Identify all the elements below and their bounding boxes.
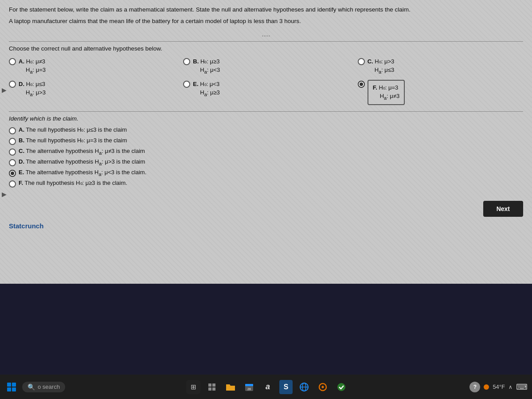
claim-radio-B[interactable]	[9, 138, 16, 145]
claim-text-E: E. The alternative hypothesis Ha: μ<3 is…	[19, 169, 146, 177]
hypothesis-option-B[interactable]: B. H₀: μ≥3 Ha: μ<3	[183, 57, 348, 75]
identify-label: Identify which is the claim.	[9, 115, 523, 122]
claim-option-C[interactable]: C. The alternative hypothesis Ha: μ≠3 is…	[9, 148, 523, 156]
temperature-display: 54°F	[493, 383, 505, 390]
option-text-D: D. H₀: μ≤3 Ha: μ>3	[19, 80, 46, 98]
search-bar[interactable]: 🔍 o search	[22, 382, 65, 392]
taskbar-icon-folder[interactable]	[223, 380, 238, 394]
claim-text-D: D. The alternative hypothesis Ha: μ>3 is…	[19, 158, 145, 166]
svg-rect-5	[245, 384, 253, 386]
scroll-indicator: .....	[9, 31, 523, 38]
status-dot	[484, 384, 489, 390]
desktop-area	[0, 284, 532, 375]
section-divider	[9, 41, 523, 42]
divider-2	[9, 111, 523, 112]
claim-options: A. The null hypothesis H₀: μ≤3 is the cl…	[9, 126, 523, 188]
svg-rect-0	[208, 383, 211, 387]
radio-C[interactable]	[358, 58, 365, 65]
instruction-text: For the statement below, write the claim…	[9, 5, 523, 14]
taskbar-icon-a[interactable]: a	[261, 380, 275, 394]
windows-icon	[7, 383, 16, 391]
taskbar-icon-calendar[interactable]: 28	[242, 380, 256, 394]
claim-option-F[interactable]: F. The null hypothesis H₀: μ≥3 is the cl…	[9, 180, 523, 188]
claim-option-D[interactable]: D. The alternative hypothesis Ha: μ>3 is…	[9, 158, 523, 166]
help-icon[interactable]: ?	[469, 382, 480, 392]
svg-text:28: 28	[247, 387, 251, 391]
claim-text-C: C. The alternative hypothesis Ha: μ≠3 is…	[19, 148, 145, 156]
claim-option-A[interactable]: A. The null hypothesis H₀: μ≤3 is the cl…	[9, 126, 523, 134]
svg-rect-1	[212, 383, 215, 387]
svg-rect-3	[212, 387, 215, 391]
taskbar-right: ? 54°F ∧ ⌨	[469, 382, 528, 392]
option-text-F: F. H₀: μ=3 Ha: μ≠3	[368, 80, 405, 105]
option-text-A: A. H₀: μ≠3 Ha: μ=3	[19, 57, 46, 75]
hypothesis-option-E[interactable]: E. H₀: μ<3 Ha: μ≥3	[183, 80, 348, 105]
taskbar-icon-s[interactable]: S	[279, 380, 293, 394]
claim-radio-D[interactable]	[9, 159, 16, 166]
next-button[interactable]: Next	[483, 201, 523, 217]
radio-E[interactable]	[183, 81, 190, 88]
claim-radio-C[interactable]	[9, 149, 16, 156]
claim-text-A: A. The null hypothesis H₀: μ≤3 is the cl…	[19, 126, 127, 133]
problem-statement: A laptop manufacturer claims that the me…	[9, 17, 523, 26]
tray-arrow[interactable]: ∧	[509, 384, 512, 390]
left-arrow-1: ▶	[2, 86, 7, 94]
taskbar-center: ⊞ 28 a S	[186, 380, 348, 394]
claim-radio-F[interactable]	[9, 180, 16, 188]
keyboard-icon[interactable]: ⌨	[516, 382, 528, 392]
hypothesis-option-D[interactable]: D. H₀: μ≤3 Ha: μ>3	[9, 80, 174, 105]
claim-text-F: F. The null hypothesis H₀: μ≥3 is the cl…	[19, 180, 127, 186]
statcrunch-link[interactable]: Statcrunch	[9, 222, 43, 230]
hypotheses-grid: A. H₀: μ≠3 Ha: μ=3 B. H₀: μ≥3 Ha: μ<3 C.	[9, 57, 523, 106]
claim-option-B[interactable]: B. The null hypothesis H₀: μ=3 is the cl…	[9, 137, 523, 145]
start-button[interactable]	[4, 380, 19, 394]
section-label: Choose the correct null and alternative …	[9, 45, 523, 52]
taskbar-icon-green-circle[interactable]	[334, 380, 348, 394]
claim-option-E[interactable]: E. The alternative hypothesis Ha: μ<3 is…	[9, 169, 523, 177]
svg-rect-2	[208, 387, 211, 391]
radio-F[interactable]	[358, 81, 365, 88]
hypothesis-option-A[interactable]: A. H₀: μ≠3 Ha: μ=3	[9, 57, 174, 75]
search-label: o search	[38, 383, 60, 390]
identify-section: Identify which is the claim. A. The null…	[9, 115, 523, 188]
hypothesis-option-F[interactable]: F. H₀: μ=3 Ha: μ≠3	[358, 80, 523, 105]
radio-A[interactable]	[9, 58, 16, 65]
svg-point-11	[337, 383, 345, 391]
hypothesis-option-C[interactable]: C. H₀: μ>3 Ha: μ≤3	[358, 57, 523, 75]
taskbar-icon-browser[interactable]	[297, 380, 311, 394]
option-text-C: C. H₀: μ>3 Ha: μ≤3	[368, 57, 395, 75]
main-content: For the statement below, write the claim…	[0, 0, 532, 284]
radio-B[interactable]	[183, 58, 190, 65]
claim-radio-A[interactable]	[9, 127, 16, 134]
search-icon: 🔍	[27, 383, 35, 391]
claim-radio-E[interactable]	[9, 170, 16, 177]
taskbar: 🔍 o search ⊞ 28	[0, 375, 532, 399]
taskbar-icon-search[interactable]: ⊞	[186, 380, 200, 394]
option-text-B: B. H₀: μ≥3 Ha: μ<3	[193, 57, 220, 75]
taskbar-icon-circle[interactable]	[316, 380, 330, 394]
left-arrow-2: ▶	[2, 191, 7, 198]
taskbar-left: 🔍 o search	[4, 380, 65, 394]
radio-D[interactable]	[9, 81, 16, 88]
option-text-E: E. H₀: μ<3 Ha: μ≥3	[193, 80, 220, 98]
claim-text-B: B. The null hypothesis H₀: μ=3 is the cl…	[19, 137, 127, 144]
taskbar-icon-files[interactable]	[205, 380, 219, 394]
